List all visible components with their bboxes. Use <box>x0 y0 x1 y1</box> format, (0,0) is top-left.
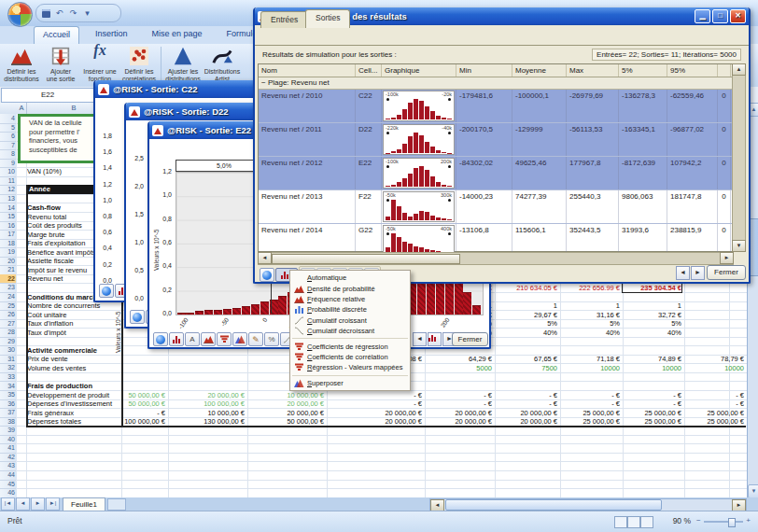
redo-icon[interactable]: ↷ <box>68 8 78 19</box>
zoom-level[interactable]: 90 % <box>673 516 691 525</box>
sheet-tab-feuille1[interactable]: Feuille1 <box>63 497 105 511</box>
cell-J27[interactable]: 5% <box>623 319 681 328</box>
help-icon[interactable] <box>153 332 168 346</box>
cell-C36[interactable]: 50 000,00 € <box>121 399 165 408</box>
cell-E36[interactable]: 20 000,00 € <box>247 399 324 408</box>
risk-summary-window[interactable]: @RISK - Synthèse des résultats ▁ □ ✕ Rés… <box>253 7 751 284</box>
column-header[interactable] <box>718 64 731 77</box>
first-sheet-icon[interactable]: |◄ <box>1 497 15 511</box>
cell-E37[interactable]: 20 000,00 € <box>247 409 324 417</box>
cell-label-row36[interactable]: Dépenses d'investissement <box>27 399 121 408</box>
menu-item-automatique[interactable]: Automatique <box>290 273 410 283</box>
cell-G38[interactable]: 20 000,00 € <box>425 417 492 426</box>
help-icon[interactable] <box>260 268 274 282</box>
group-row[interactable]: − Plage: Revenu net <box>259 77 733 90</box>
cell-K38[interactable]: 25 000,00 € <box>684 417 744 426</box>
column-header[interactable]: Moyenne <box>512 64 567 77</box>
zoom-out-icon[interactable]: − <box>696 516 701 525</box>
cell-J35[interactable]: - € <box>623 391 681 399</box>
cell-I26[interactable]: 31,16 € <box>560 311 620 319</box>
name-box[interactable]: E22 <box>1 88 94 103</box>
menu-item-cumulatif-d-croissant[interactable]: Cumulatif décroissant <box>290 326 410 336</box>
cell-H27[interactable]: 5% <box>495 319 557 328</box>
cell-H36[interactable]: - € <box>495 399 557 408</box>
thumbnail-cell[interactable]: -100k -20k <box>382 90 456 122</box>
column-header[interactable]: Nom <box>259 64 356 77</box>
cell-J25[interactable]: 1 <box>623 301 681 310</box>
close-button[interactable]: Fermer <box>452 332 488 346</box>
table-scroll-thumb[interactable] <box>272 254 460 264</box>
tab-accueil[interactable]: Accueil <box>34 26 79 44</box>
cell-G32[interactable]: 5000 <box>425 364 492 372</box>
cell-I27[interactable]: 5% <box>560 319 620 328</box>
scroll-down-icon[interactable]: ▼ <box>748 484 758 498</box>
table-row[interactable]: Revenu net / 2013F22-50k 300k -14000,237… <box>259 190 733 224</box>
density-icon[interactable] <box>201 332 216 346</box>
cell-D36[interactable]: 100 000,00 € <box>168 399 245 408</box>
qat-dropdown-icon[interactable]: ▾ <box>82 8 92 19</box>
cell-D37[interactable]: 10 000,00 € <box>168 409 245 417</box>
table-row[interactable]: Revenu net / 2012E22-100k 200k -84302,02… <box>259 157 733 190</box>
next-sheet-icon[interactable]: ► <box>31 497 45 511</box>
cell-K31[interactable]: 78,79 € <box>684 355 744 363</box>
prev-sheet-icon[interactable]: ◄ <box>16 497 30 511</box>
menu-item-r-gression-valeurs-mapp-es[interactable]: Régression - Valeurs mappées <box>290 362 410 372</box>
cell-I28[interactable]: 40% <box>560 329 620 337</box>
chart-gallery-icon[interactable] <box>428 332 442 346</box>
table-scroll-right-icon[interactable]: ► <box>720 252 734 264</box>
zoom-slider-thumb[interactable] <box>728 518 736 527</box>
cell-F35[interactable]: - € <box>327 391 422 399</box>
cell-I35[interactable]: - € <box>560 391 620 399</box>
menu-item-superposer[interactable]: Superposer <box>290 378 410 388</box>
next-page-icon[interactable]: ► <box>691 266 705 280</box>
ribbon-button-add-output-icon[interactable]: Ajouter une sortie <box>42 45 79 86</box>
cell-label-row31[interactable]: Prix de vente <box>27 355 121 363</box>
cell-G31[interactable]: 64,29 € <box>425 355 492 363</box>
zoom-in-icon[interactable]: + <box>746 516 751 525</box>
cell-J23[interactable]: 235 304.54 € <box>623 284 681 292</box>
cell-label-row35[interactable]: Développement de produit <box>27 391 121 399</box>
column-header[interactable]: Graphique <box>382 64 456 77</box>
maximize-icon[interactable]: □ <box>712 9 728 23</box>
menu-item-cumulatif-croissant[interactable]: Cumulatif croissant <box>290 315 410 326</box>
cell-C35[interactable]: 50 000,00 € <box>121 391 165 399</box>
cell-D38[interactable]: 130 000,00 € <box>168 417 245 426</box>
menu-item-coefficients-de-r-gression[interactable]: Coefficients de régression <box>290 341 410 351</box>
cell-C37[interactable]: - € <box>121 409 165 417</box>
office-button[interactable] <box>7 2 33 27</box>
cell-label-row32[interactable]: Volume des ventes <box>27 364 121 372</box>
save-icon[interactable] <box>42 9 50 18</box>
cell-I37[interactable]: 25 000,00 € <box>560 409 620 417</box>
table-vertical-scrollbar[interactable]: ▲ ▼ <box>732 63 746 252</box>
cell-I38[interactable]: 25 000,00 € <box>560 417 620 426</box>
close-button[interactable]: Fermer <box>707 265 746 280</box>
column-header[interactable]: Cell... <box>356 64 382 77</box>
page-layout-view-icon[interactable] <box>627 516 640 528</box>
menu-item-densit-de-probabilit-[interactable]: Densité de probabilité <box>290 283 410 293</box>
cell-K36[interactable]: - € <box>684 399 744 408</box>
cell-label-row34[interactable]: Frais de production <box>27 382 121 390</box>
summary-nav[interactable]: ◄ ► <box>676 266 705 280</box>
cell-label-row28[interactable]: Taux d'impôt <box>27 329 121 337</box>
menu-item-probabilit-discr-te[interactable]: Probabilité discrète <box>290 304 410 315</box>
format-icon[interactable]: A <box>185 332 200 346</box>
menu-item-coefficients-de-corr-lation[interactable]: Coefficients de corrélation <box>290 352 410 362</box>
cell-H25[interactable]: 1 <box>495 301 557 310</box>
thumbnail-cell[interactable]: -50k 300k <box>382 190 456 223</box>
tab-sorties[interactable]: Sorties <box>305 9 350 28</box>
overlay-icon[interactable] <box>232 332 247 346</box>
cell-K32[interactable]: 10000 <box>684 364 744 372</box>
table-row[interactable]: Revenu net / 2011D22-220k -40k -200170,5… <box>259 123 733 157</box>
column-header[interactable]: Min <box>456 64 512 77</box>
cell-J26[interactable]: 32,72 € <box>623 311 681 319</box>
cell-D35[interactable]: 20 000,00 € <box>168 391 245 399</box>
cell-label-row26[interactable]: Coût unitaire <box>27 311 121 319</box>
close-icon[interactable]: ✕ <box>730 9 746 23</box>
minimize-icon[interactable]: ▁ <box>695 9 710 23</box>
cell-H28[interactable]: 40% <box>495 329 557 337</box>
row-headers[interactable]: 4567891011121314151617181920212223242526… <box>0 114 18 497</box>
cell-H35[interactable]: - € <box>495 391 557 399</box>
graph-type-menu[interactable]: AutomatiqueDensité de probabilitéFréquen… <box>289 270 411 391</box>
cell-G36[interactable]: - € <box>425 399 492 408</box>
cell-I36[interactable]: - € <box>560 399 620 408</box>
